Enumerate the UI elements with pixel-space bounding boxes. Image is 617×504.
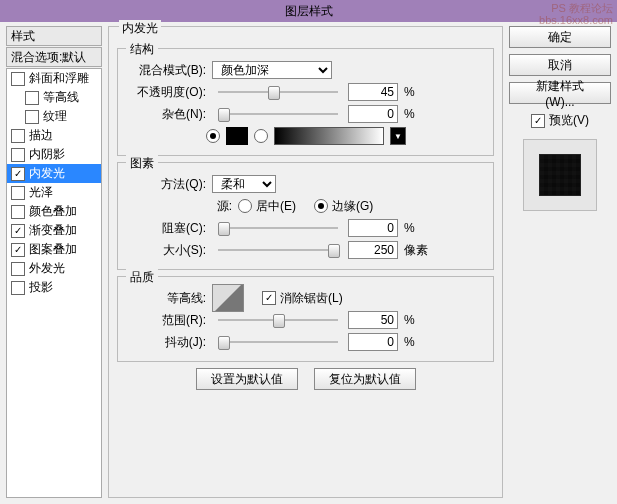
preview-label: 预览(V) bbox=[549, 112, 589, 129]
noise-input[interactable] bbox=[348, 105, 398, 123]
jitter-input[interactable] bbox=[348, 333, 398, 351]
group-quality: 品质 等高线: 消除锯齿(L) 范围(R): % 抖动(J): bbox=[117, 276, 494, 362]
style-item-label: 投影 bbox=[29, 278, 53, 297]
pct-label: % bbox=[404, 107, 415, 121]
style-item-4[interactable]: 内阴影 bbox=[7, 145, 101, 164]
center-panel: 内发光 结构 混合模式(B): 颜色加深 不透明度(O): % 杂色(N): bbox=[108, 26, 503, 498]
group-structure: 结构 混合模式(B): 颜色加深 不透明度(O): % 杂色(N): % bbox=[117, 48, 494, 156]
style-item-label: 光泽 bbox=[29, 183, 53, 202]
noise-slider[interactable] bbox=[218, 107, 338, 121]
opacity-slider[interactable] bbox=[218, 85, 338, 99]
jitter-label: 抖动(J): bbox=[128, 334, 208, 351]
range-input[interactable] bbox=[348, 311, 398, 329]
pct-label: % bbox=[404, 85, 415, 99]
style-checkbox[interactable] bbox=[11, 167, 25, 181]
new-style-button[interactable]: 新建样式(W)... bbox=[509, 82, 611, 104]
noise-label: 杂色(N): bbox=[128, 106, 208, 123]
style-item-8[interactable]: 渐变叠加 bbox=[7, 221, 101, 240]
style-checkbox[interactable] bbox=[11, 72, 25, 86]
range-label: 范围(R): bbox=[128, 312, 208, 329]
source-label: 源: bbox=[128, 198, 234, 215]
size-slider[interactable] bbox=[218, 243, 338, 257]
source-edge-radio[interactable] bbox=[314, 199, 328, 213]
range-slider[interactable] bbox=[218, 313, 338, 327]
style-checkbox[interactable] bbox=[25, 91, 39, 105]
make-default-button[interactable]: 设置为默认值 bbox=[196, 368, 298, 390]
style-item-0[interactable]: 斜面和浮雕 bbox=[7, 69, 101, 88]
style-item-label: 纹理 bbox=[43, 107, 67, 126]
size-unit-label: 像素 bbox=[404, 242, 428, 259]
style-checkbox[interactable] bbox=[11, 262, 25, 276]
style-item-7[interactable]: 颜色叠加 bbox=[7, 202, 101, 221]
contour-label: 等高线: bbox=[128, 290, 208, 307]
style-checkbox[interactable] bbox=[11, 281, 25, 295]
cancel-button[interactable]: 取消 bbox=[509, 54, 611, 76]
right-panel: 确定 取消 新建样式(W)... 预览(V) bbox=[509, 26, 611, 498]
size-input[interactable] bbox=[348, 241, 398, 259]
source-edge-label: 边缘(G) bbox=[332, 198, 373, 215]
style-item-label: 内阴影 bbox=[29, 145, 65, 164]
gradient-dropdown-icon[interactable]: ▼ bbox=[390, 127, 406, 145]
ok-button[interactable]: 确定 bbox=[509, 26, 611, 48]
group-title-structure: 结构 bbox=[126, 41, 158, 58]
source-center-radio[interactable] bbox=[238, 199, 252, 213]
style-item-label: 描边 bbox=[29, 126, 53, 145]
style-item-10[interactable]: 外发光 bbox=[7, 259, 101, 278]
gradient-radio[interactable] bbox=[254, 129, 268, 143]
style-item-3[interactable]: 描边 bbox=[7, 126, 101, 145]
style-checkbox[interactable] bbox=[25, 110, 39, 124]
style-checkbox[interactable] bbox=[11, 186, 25, 200]
group-title-elements: 图素 bbox=[126, 155, 158, 172]
group-title-quality: 品质 bbox=[126, 269, 158, 286]
style-item-1[interactable]: 等高线 bbox=[7, 88, 101, 107]
contour-picker[interactable] bbox=[212, 284, 244, 312]
technique-select[interactable]: 柔和 bbox=[212, 175, 276, 193]
style-item-label: 斜面和浮雕 bbox=[29, 69, 89, 88]
blend-mode-select[interactable]: 颜色加深 bbox=[212, 61, 332, 79]
styles-sidebar: 样式 混合选项:默认 斜面和浮雕等高线纹理描边内阴影内发光光泽颜色叠加渐变叠加图… bbox=[6, 26, 102, 498]
style-checkbox[interactable] bbox=[11, 148, 25, 162]
reset-default-button[interactable]: 复位为默认值 bbox=[314, 368, 416, 390]
style-item-label: 渐变叠加 bbox=[29, 221, 77, 240]
titlebar: 图层样式 bbox=[0, 0, 617, 22]
group-elements: 图素 方法(Q): 柔和 源: 居中(E) 边缘(G) 阻塞(C): bbox=[117, 162, 494, 270]
style-item-6[interactable]: 光泽 bbox=[7, 183, 101, 202]
style-item-label: 外发光 bbox=[29, 259, 65, 278]
style-checkbox[interactable] bbox=[11, 243, 25, 257]
technique-label: 方法(Q): bbox=[128, 176, 208, 193]
color-radio[interactable] bbox=[206, 129, 220, 143]
jitter-slider[interactable] bbox=[218, 335, 338, 349]
style-item-11[interactable]: 投影 bbox=[7, 278, 101, 297]
opacity-input[interactable] bbox=[348, 83, 398, 101]
pct-label: % bbox=[404, 335, 415, 349]
sidebar-blending-options[interactable]: 混合选项:默认 bbox=[6, 47, 102, 67]
antialias-checkbox[interactable] bbox=[262, 291, 276, 305]
style-item-9[interactable]: 图案叠加 bbox=[7, 240, 101, 259]
size-label: 大小(S): bbox=[128, 242, 208, 259]
choke-label: 阻塞(C): bbox=[128, 220, 208, 237]
choke-slider[interactable] bbox=[218, 221, 338, 235]
sidebar-header[interactable]: 样式 bbox=[6, 26, 102, 46]
preview-box bbox=[523, 139, 597, 211]
gradient-picker[interactable] bbox=[274, 127, 384, 145]
antialias-label: 消除锯齿(L) bbox=[280, 290, 343, 307]
pct-label: % bbox=[404, 313, 415, 327]
blend-mode-label: 混合模式(B): bbox=[128, 62, 208, 79]
style-item-label: 内发光 bbox=[29, 164, 65, 183]
pct-label: % bbox=[404, 221, 415, 235]
style-checkbox[interactable] bbox=[11, 129, 25, 143]
watermark: PS 教程论坛bbs.16xx8.com bbox=[539, 2, 613, 26]
style-item-2[interactable]: 纹理 bbox=[7, 107, 101, 126]
color-swatch[interactable] bbox=[226, 127, 248, 145]
styles-list: 斜面和浮雕等高线纹理描边内阴影内发光光泽颜色叠加渐变叠加图案叠加外发光投影 bbox=[6, 68, 102, 498]
style-checkbox[interactable] bbox=[11, 224, 25, 238]
style-checkbox[interactable] bbox=[11, 205, 25, 219]
preview-thumbnail bbox=[539, 154, 581, 196]
choke-input[interactable] bbox=[348, 219, 398, 237]
style-item-5[interactable]: 内发光 bbox=[7, 164, 101, 183]
style-item-label: 等高线 bbox=[43, 88, 79, 107]
panel-title: 内发光 bbox=[119, 20, 161, 37]
preview-checkbox[interactable] bbox=[531, 114, 545, 128]
style-item-label: 图案叠加 bbox=[29, 240, 77, 259]
opacity-label: 不透明度(O): bbox=[128, 84, 208, 101]
